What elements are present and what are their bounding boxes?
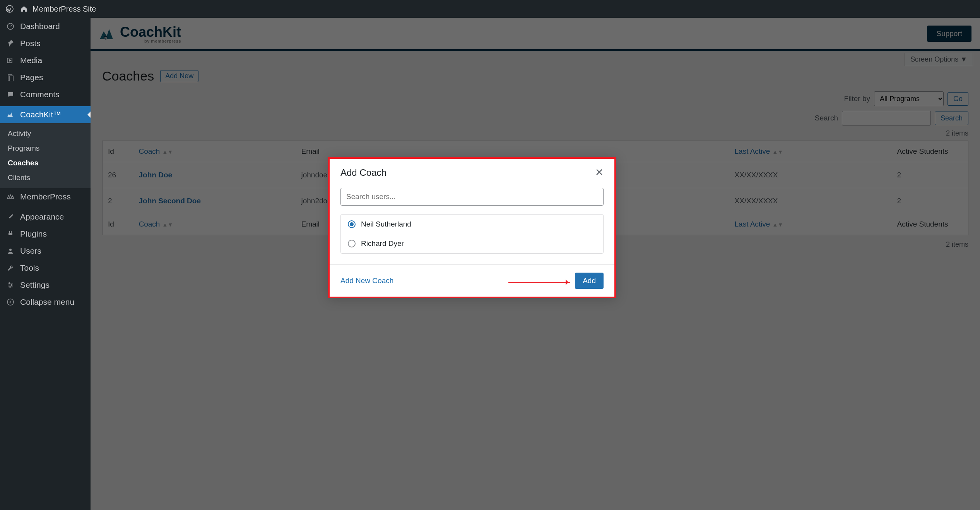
sidebar-item-plugins[interactable]: Plugins <box>0 225 91 242</box>
sidebar-item-pages[interactable]: Pages <box>0 69 91 86</box>
submenu-item-programs[interactable]: Programs <box>0 141 91 156</box>
modal-title: Add Coach <box>340 167 387 178</box>
coachkit-icon <box>5 111 15 118</box>
media-icon <box>5 57 15 64</box>
admin-bar: MemberPress Site <box>0 0 980 18</box>
site-name[interactable]: MemberPress Site <box>32 5 96 14</box>
comments-icon <box>5 91 15 98</box>
user-list: Neil Sutherland Richard Dyer <box>340 214 604 254</box>
sidebar-label: Settings <box>20 280 50 290</box>
add-new-coach-link[interactable]: Add New Coach <box>340 276 393 285</box>
sidebar-label: Appearance <box>20 212 64 222</box>
memberpress-icon <box>5 193 15 201</box>
user-radio[interactable] <box>348 220 356 228</box>
user-radio[interactable] <box>348 240 356 247</box>
sidebar-item-dashboard[interactable]: Dashboard <box>0 18 91 35</box>
wordpress-logo-icon[interactable] <box>4 5 15 13</box>
svg-point-8 <box>9 286 11 288</box>
sidebar-item-collapse[interactable]: Collapse menu <box>0 294 91 311</box>
sidebar-label: Comments <box>20 90 60 99</box>
submenu-item-clients[interactable]: Clients <box>0 170 91 185</box>
sidebar-item-tools[interactable]: Tools <box>0 259 91 276</box>
sliders-icon <box>5 281 15 289</box>
brush-icon <box>5 213 15 221</box>
user-row[interactable]: Richard Dyer <box>341 234 603 253</box>
sidebar-label: Media <box>20 56 42 65</box>
sidebar-label: Collapse menu <box>20 297 74 307</box>
user-icon <box>5 247 15 255</box>
svg-point-5 <box>9 249 12 251</box>
submenu-item-activity[interactable]: Activity <box>0 126 91 141</box>
user-name: Neil Sutherland <box>361 220 411 228</box>
sidebar-item-comments[interactable]: Comments <box>0 86 91 103</box>
user-name: Richard Dyer <box>361 239 404 248</box>
sidebar-item-appearance[interactable]: Appearance <box>0 208 91 225</box>
dashboard-icon <box>5 22 15 30</box>
wrench-icon <box>5 264 15 272</box>
sidebar-label: Posts <box>20 39 41 48</box>
sidebar-item-memberpress[interactable]: MemberPress <box>0 188 91 205</box>
home-icon[interactable] <box>20 5 28 13</box>
pages-icon <box>5 74 15 81</box>
sidebar-label: Users <box>20 246 41 256</box>
user-row[interactable]: Neil Sutherland <box>341 215 603 234</box>
sidebar-submenu-coachkit: Activity Programs Coaches Clients <box>0 123 91 188</box>
sidebar-label: Plugins <box>20 229 47 239</box>
add-button[interactable]: Add <box>575 273 604 289</box>
sidebar-item-posts[interactable]: Posts <box>0 35 91 52</box>
svg-point-6 <box>9 282 10 284</box>
sidebar-label: Pages <box>20 73 43 82</box>
sidebar-item-coachkit[interactable]: CoachKit™ <box>0 106 91 123</box>
pin-icon <box>5 39 15 47</box>
sidebar-item-settings[interactable]: Settings <box>0 276 91 294</box>
add-coach-modal: Add Coach ✕ Neil Sutherland Richard Dyer… <box>328 157 616 298</box>
svg-point-9 <box>7 299 14 305</box>
sidebar-label: MemberPress <box>20 192 71 201</box>
sidebar-label: Tools <box>20 263 39 273</box>
sidebar-item-users[interactable]: Users <box>0 242 91 259</box>
collapse-icon <box>5 298 15 306</box>
sidebar-label: CoachKit™ <box>20 110 61 119</box>
admin-sidebar: Dashboard Posts Media Pages Comments Coa… <box>0 18 91 510</box>
sidebar-label: Dashboard <box>20 22 60 31</box>
svg-rect-4 <box>9 76 13 81</box>
annotation-arrow <box>508 282 570 283</box>
plugin-icon <box>5 230 15 238</box>
search-users-input[interactable] <box>340 188 604 206</box>
close-icon[interactable]: ✕ <box>595 167 604 179</box>
svg-point-7 <box>11 284 12 286</box>
submenu-item-coaches[interactable]: Coaches <box>0 156 91 170</box>
sidebar-item-media[interactable]: Media <box>0 52 91 69</box>
